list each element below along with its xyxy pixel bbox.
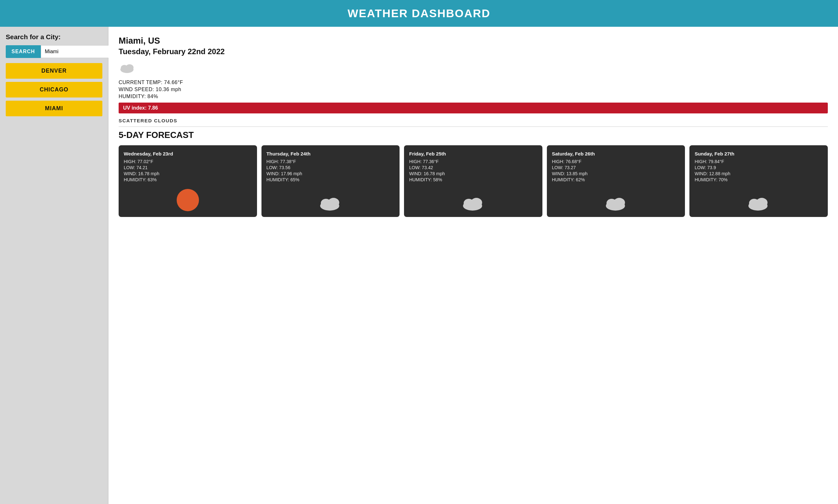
current-weather-icon: [119, 62, 828, 75]
sidebar: Search for a City: SEARCH DENVER CHICAGO…: [0, 27, 108, 504]
search-row: SEARCH: [6, 45, 102, 58]
forecast-low-1: LOW: 73.56: [266, 165, 291, 170]
cloud-icon: [119, 62, 136, 74]
forecast-title: 5-DAY FORECAST: [119, 126, 828, 140]
forecast-high-3: HIGH: 76.68°F: [552, 159, 581, 164]
svg-point-14: [756, 198, 768, 208]
main-layout: Search for a City: SEARCH DENVER CHICAGO…: [0, 27, 838, 504]
svg-point-5: [328, 198, 339, 208]
search-input[interactable]: [41, 45, 113, 58]
search-button[interactable]: SEARCH: [6, 45, 41, 58]
forecast-icon-area-2: [409, 188, 537, 211]
header-title: WEATHER DASHBOARD: [348, 7, 490, 19]
cloud-icon-1: [318, 194, 343, 211]
forecast-icon-area-1: [266, 188, 395, 211]
city-name: Miami, US: [119, 36, 828, 46]
forecast-wind-0: WIND: 16.78 mph: [124, 171, 159, 176]
current-humidity: HUMIDITY: 84%: [119, 94, 828, 100]
forecast-humidity-4: HUMIDITY: 70%: [695, 177, 727, 182]
cloud-icon-4: [746, 194, 771, 211]
forecast-day-2: Friday, Feb 25th: [409, 151, 446, 157]
forecast-card-0: Wednesday, Feb 23rd HIGH: 77.02°F LOW: 7…: [119, 145, 257, 217]
sun-icon: [177, 189, 199, 211]
current-stats: CURRENT TEMP: 74.66°F WIND SPEED: 10.36 …: [119, 80, 828, 100]
main-content: Miami, US Tuesday, February 22nd 2022 CU…: [108, 27, 838, 504]
page-header: WEATHER DASHBOARD: [0, 0, 838, 27]
forecast-low-4: LOW: 73.9: [695, 165, 716, 170]
current-wind: WIND SPEED: 10.36 mph: [119, 87, 828, 92]
current-date: Tuesday, February 22nd 2022: [119, 47, 828, 56]
weather-description: SCATTERED CLOUDS: [119, 118, 828, 123]
forecast-card-3: Saturday, Feb 26th HIGH: 76.68°F LOW: 73…: [547, 145, 685, 217]
forecast-humidity-0: HUMIDITY: 63%: [124, 177, 157, 182]
forecast-day-4: Sunday, Feb 27th: [695, 151, 734, 157]
forecast-day-1: Thursday, Feb 24th: [266, 151, 311, 157]
forecast-high-4: HIGH: 79.84°F: [695, 159, 724, 164]
forecast-cards: Wednesday, Feb 23rd HIGH: 77.02°F LOW: 7…: [119, 145, 828, 217]
city-button-denver[interactable]: DENVER: [6, 63, 102, 79]
cloud-icon-3: [603, 194, 629, 211]
forecast-low-3: LOW: 73.27: [552, 165, 576, 170]
forecast-wind-3: WIND: 13.85 mph: [552, 171, 588, 176]
forecast-high-0: HIGH: 77.02°F: [124, 159, 153, 164]
forecast-icon-area-4: [695, 188, 823, 211]
svg-point-2: [126, 64, 134, 71]
forecast-low-0: LOW: 74.21: [124, 165, 147, 170]
forecast-card-2: Friday, Feb 25th HIGH: 77.36°F LOW: 73.4…: [404, 145, 542, 217]
forecast-humidity-2: HUMIDITY: 58%: [409, 177, 442, 182]
uv-index-bar: UV index: 7.86: [119, 103, 828, 113]
forecast-wind-2: WIND: 16.78 mph: [409, 171, 445, 176]
svg-point-11: [613, 198, 625, 208]
forecast-low-2: LOW: 73.42: [409, 165, 433, 170]
forecast-humidity-1: HUMIDITY: 65%: [266, 177, 299, 182]
forecast-card-1: Thursday, Feb 24th HIGH: 77.38°F LOW: 73…: [261, 145, 400, 217]
forecast-card-4: Sunday, Feb 27th HIGH: 79.84°F LOW: 73.9…: [689, 145, 828, 217]
forecast-wind-4: WIND: 12.88 mph: [695, 171, 730, 176]
forecast-high-2: HIGH: 77.36°F: [409, 159, 438, 164]
forecast-day-0: Wednesday, Feb 23rd: [124, 151, 173, 157]
city-button-chicago[interactable]: CHICAGO: [6, 82, 102, 97]
current-temp: CURRENT TEMP: 74.66°F: [119, 80, 828, 85]
city-button-miami[interactable]: MIAMI: [6, 101, 102, 116]
svg-point-8: [471, 198, 482, 208]
forecast-humidity-3: HUMIDITY: 62%: [552, 177, 585, 182]
forecast-high-1: HIGH: 77.38°F: [266, 159, 296, 164]
forecast-icon-area-0: [124, 183, 252, 211]
sidebar-title: Search for a City:: [6, 33, 102, 41]
forecast-wind-1: WIND: 17.96 mph: [266, 171, 302, 176]
forecast-icon-area-3: [552, 188, 680, 211]
forecast-day-3: Saturday, Feb 26th: [552, 151, 595, 157]
cloud-icon-2: [460, 194, 486, 211]
